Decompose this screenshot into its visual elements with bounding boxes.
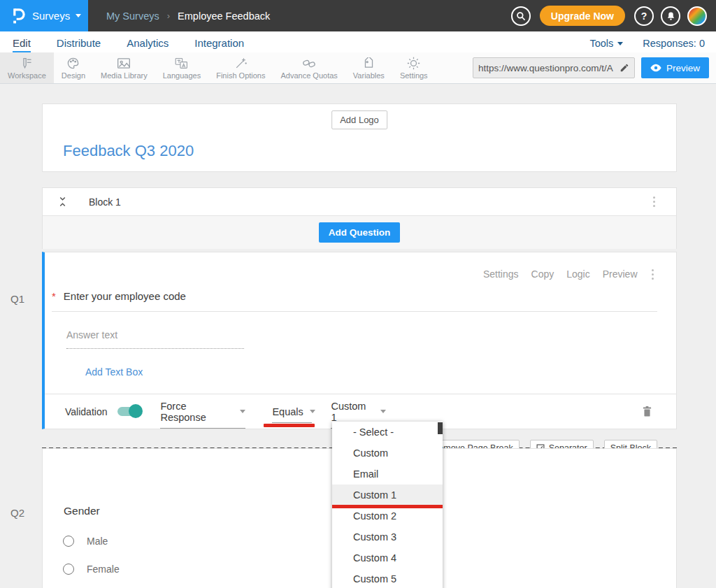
- chain-links-icon: [302, 57, 316, 71]
- preview-label: Preview: [666, 63, 700, 73]
- main-nav: Edit Distribute Analytics Integration To…: [0, 31, 716, 52]
- toolbar-item-advance-quotas[interactable]: Advance Quotas: [273, 52, 345, 83]
- q2-question-text[interactable]: Gender: [64, 505, 100, 517]
- toolbar-item-label: Workspace: [8, 71, 46, 80]
- q1-actions: Settings Copy Logic Preview: [483, 266, 655, 283]
- chevron-down-icon: [617, 42, 623, 45]
- q1-question-text[interactable]: Enter your employee code: [64, 290, 186, 302]
- toolbar-item-settings[interactable]: Settings: [392, 52, 436, 83]
- equals-dropdown[interactable]: Equals: [272, 406, 312, 423]
- responses-count[interactable]: Responses: 0: [643, 38, 705, 49]
- search-icon: [516, 11, 526, 21]
- tab-distribute[interactable]: Distribute: [57, 37, 101, 52]
- q2-option-male: Male: [63, 536, 108, 547]
- menu-item-custom-4[interactable]: Custom 4: [332, 547, 443, 568]
- nav-right: Tools Responses: 0: [589, 38, 705, 52]
- q1-logic-link[interactable]: Logic: [566, 268, 589, 280]
- workspace-icon: [20, 57, 34, 71]
- menu-item-custom-2[interactable]: Custom 2: [332, 505, 443, 526]
- help-button[interactable]: ?: [634, 6, 654, 26]
- toolbar-item-languages[interactable]: Languages: [155, 52, 208, 83]
- menu-scrollbar-thumb[interactable]: [438, 422, 443, 434]
- tools-label: Tools: [589, 38, 613, 49]
- equals-value: Equals: [272, 406, 303, 417]
- q2-option-female: Female: [63, 564, 120, 575]
- q1-title-row: * Enter your employee code: [52, 290, 657, 312]
- product-menu[interactable]: Surveys: [0, 0, 88, 31]
- q1-preview-link[interactable]: Preview: [603, 268, 638, 280]
- toolbar-item-finish-options[interactable]: Finish Options: [208, 52, 273, 83]
- q1-settings-link[interactable]: Settings: [483, 268, 519, 280]
- chevron-down-icon: [76, 14, 81, 17]
- search-button[interactable]: [511, 6, 531, 26]
- validation-toggle[interactable]: [117, 407, 141, 416]
- q2-label: Q2: [10, 507, 24, 519]
- add-question-strip: Add Question: [43, 216, 676, 249]
- breadcrumb-separator-icon: ›: [167, 10, 170, 21]
- top-bar-actions: Upgrade Now ?: [511, 6, 716, 26]
- add-text-box-link[interactable]: Add Text Box: [85, 366, 143, 378]
- notifications-button[interactable]: [661, 6, 680, 26]
- q1-question-card: Settings Copy Logic Preview * Enter your…: [42, 252, 677, 429]
- custom-value: Custom 1: [331, 401, 374, 423]
- tab-analytics[interactable]: Analytics: [127, 37, 169, 52]
- tab-integration[interactable]: Integration: [194, 37, 244, 52]
- toolbar-item-label: Variables: [353, 71, 385, 80]
- breadcrumb-my-surveys[interactable]: My Surveys: [106, 10, 159, 22]
- q2-option-label[interactable]: Male: [87, 536, 108, 547]
- delete-question-button[interactable]: [642, 406, 652, 417]
- radio-button-icon[interactable]: [63, 536, 74, 547]
- toolbar-item-variables[interactable]: Variables: [345, 52, 392, 83]
- validation-label: Validation: [65, 406, 107, 417]
- add-question-button[interactable]: Add Question: [319, 222, 401, 243]
- tab-edit[interactable]: Edit: [13, 37, 31, 52]
- chevron-down-icon: [240, 410, 245, 413]
- q2-option-label[interactable]: Female: [87, 564, 120, 575]
- toolbar-item-label: Languages: [163, 71, 201, 80]
- radio-button-icon[interactable]: [63, 564, 74, 575]
- annotation-red-underline-equals: [264, 424, 315, 427]
- menu-item-select[interactable]: - Select -: [332, 422, 443, 443]
- user-avatar[interactable]: [687, 6, 707, 26]
- translate-icon: [175, 57, 188, 71]
- block-title[interactable]: Block 1: [89, 196, 121, 208]
- menu-item-custom-1[interactable]: Custom 1: [332, 485, 443, 505]
- annotation-red-underline-custom-1: [332, 505, 443, 508]
- magic-wand-icon: [234, 57, 248, 71]
- question-mark-icon: ?: [641, 10, 647, 22]
- custom-dropdown-menu: - Select - Custom Email Custom 1 Custom …: [332, 422, 443, 588]
- tag-icon: [362, 57, 375, 71]
- survey-title[interactable]: Feedback Q3 2020: [63, 142, 194, 160]
- q1-menu-icon[interactable]: [650, 266, 656, 283]
- toolbar-item-label: Finish Options: [216, 71, 265, 80]
- toolbar-item-label: Settings: [400, 71, 428, 80]
- toolbar-item-media-library[interactable]: Media Library: [93, 52, 155, 83]
- q1-copy-link[interactable]: Copy: [531, 268, 554, 280]
- menu-item-custom[interactable]: Custom: [332, 443, 443, 464]
- q1-label: Q1: [10, 293, 24, 305]
- block-menu-icon[interactable]: [652, 193, 657, 210]
- trash-icon: [642, 406, 652, 417]
- toolbar-item-workspace[interactable]: Workspace: [0, 52, 54, 83]
- add-logo-button[interactable]: Add Logo: [331, 110, 387, 129]
- toolbar-item-design[interactable]: Design: [54, 52, 93, 83]
- top-bar: Surveys My Surveys › Employee Feedback U…: [0, 0, 716, 31]
- menu-item-custom-3[interactable]: Custom 3: [332, 526, 443, 547]
- breadcrumb: My Surveys › Employee Feedback: [106, 10, 270, 22]
- survey-editor-screen: Surveys My Surveys › Employee Feedback U…: [0, 0, 716, 588]
- menu-item-email[interactable]: Email: [332, 464, 443, 485]
- survey-url-input[interactable]: https://www.questionpro.com/t/A: [473, 57, 635, 78]
- toolbar-item-label: Advance Quotas: [280, 71, 337, 80]
- questionpro-logo-icon: [12, 7, 25, 24]
- q1-answer-placeholder[interactable]: Answer text: [66, 329, 244, 349]
- bell-icon: [666, 11, 675, 21]
- preview-button[interactable]: Preview: [641, 57, 709, 78]
- toolbar-item-label: Media Library: [101, 71, 148, 80]
- edit-pencil-icon[interactable]: [620, 63, 629, 73]
- survey-canvas: Add Logo Feedback Q3 2020 Block 1 Add Qu…: [0, 84, 716, 588]
- menu-item-custom-5[interactable]: Custom 5: [332, 568, 443, 588]
- collapse-block-icon[interactable]: [58, 196, 67, 208]
- force-response-dropdown[interactable]: Force Response: [160, 401, 245, 429]
- tools-dropdown[interactable]: Tools: [589, 38, 623, 49]
- upgrade-now-button[interactable]: Upgrade Now: [540, 6, 625, 26]
